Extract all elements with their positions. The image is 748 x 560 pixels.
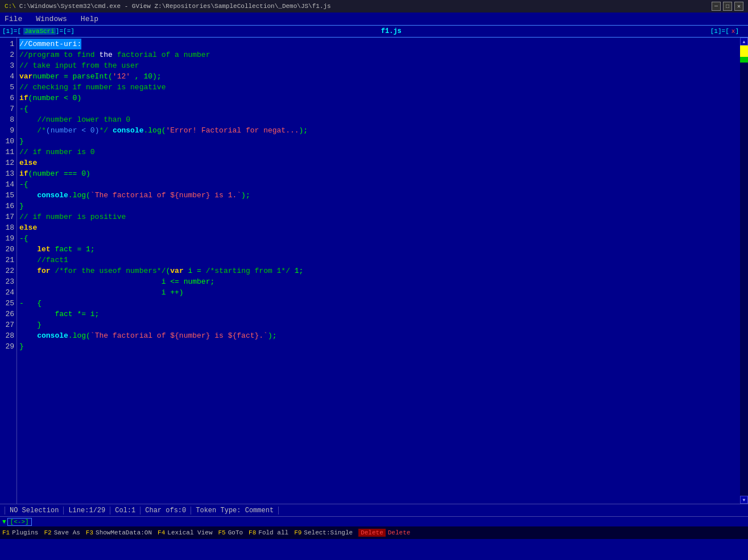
code-body[interactable]: //Comment-uri: //program to find the fac… xyxy=(17,38,740,504)
menu-help[interactable]: Help xyxy=(78,15,101,23)
code-line-12: else xyxy=(19,157,738,168)
menu-windows[interactable]: Windows xyxy=(34,15,69,23)
code-line-18: else xyxy=(19,222,738,233)
f4-label[interactable]: Lexical View xyxy=(167,529,212,536)
f4-key[interactable]: F4 xyxy=(158,529,165,536)
code-line-24: i ++) xyxy=(19,287,738,298)
code-line-25: - { xyxy=(19,298,738,309)
cmd-icon: C:\ xyxy=(5,3,16,10)
title-text: C:\Windows\System32\cmd.exe - GView Z:\R… xyxy=(19,3,331,10)
title-bar-left: C:\ C:\Windows\System32\cmd.exe - GView … xyxy=(5,3,331,10)
f9-key[interactable]: F9 xyxy=(294,529,301,536)
code-line-29: } xyxy=(19,341,738,352)
scrollbar[interactable]: ▲ ▼ xyxy=(740,38,748,504)
f2-label[interactable]: Save As xyxy=(54,529,80,536)
code-line-16: } xyxy=(19,201,738,211)
code-line-22: for /*for the useof numbers*/(var i = /*… xyxy=(19,266,738,276)
code-line-15: console.log(`The factorial of ${number} … xyxy=(19,190,738,201)
code-line-10: } xyxy=(19,136,738,147)
code-line-13: if(number === 0) xyxy=(19,168,738,179)
code-line-7: -{ xyxy=(19,103,738,114)
f2-key[interactable]: F2 xyxy=(44,529,51,536)
scroll-track[interactable] xyxy=(740,45,748,496)
scroll-thumb-top[interactable] xyxy=(740,45,748,57)
delete-label[interactable]: Delete xyxy=(388,529,411,536)
f3-label[interactable]: ShowMetaData:ON xyxy=(96,529,152,536)
code-line-20: let fact = 1; xyxy=(19,244,738,255)
f1-key[interactable]: F1 xyxy=(2,529,10,536)
tab-filename: f1.js xyxy=(75,27,708,35)
selection-status: NO Selection xyxy=(5,507,64,515)
bottom-left-indicator: [<->] xyxy=(7,518,32,526)
close-button[interactable]: ✕ xyxy=(734,2,743,11)
code-line-2: //program to find the factorial of a num… xyxy=(19,49,738,60)
f9-label[interactable]: Select:Single xyxy=(304,529,353,536)
code-line-26: fact *= i; xyxy=(19,309,738,320)
restore-button[interactable]: □ xyxy=(723,2,732,11)
code-line-28: console.log(`The factorial of ${number} … xyxy=(19,330,738,341)
code-line-14: -{ xyxy=(19,179,738,190)
code-line-27: } xyxy=(19,320,738,330)
f1-label[interactable]: Plugins xyxy=(12,529,38,536)
code-line-23: i <= number; xyxy=(19,276,738,287)
col-status: Col:1 xyxy=(110,507,140,515)
scroll-thumb-mid xyxy=(740,57,748,63)
line-numbers: 1 2 3 4 5 6 7 8 9 10 11 12 13 14 15 16 1… xyxy=(0,38,17,504)
code-line-21: //fact1 xyxy=(19,255,738,266)
code-container: 1 2 3 4 5 6 7 8 9 10 11 12 13 14 15 16 1… xyxy=(0,38,748,504)
scroll-down-button[interactable]: ▼ xyxy=(740,496,748,504)
code-line-6: if(number < 0) xyxy=(19,93,738,103)
f8-key[interactable]: F8 xyxy=(249,529,256,536)
code-line-5: // checking if number is negative xyxy=(19,82,738,93)
bottom-indicator: ▼ [<->] xyxy=(0,516,748,526)
tab-bar: [1]=[JavaScri]=[=] f1.js [1]=[x] xyxy=(0,25,748,38)
code-line-17: // if number is positive xyxy=(19,211,738,222)
tab-right: [1]=[ xyxy=(708,28,732,35)
line-status: Line:1/29 xyxy=(64,507,110,515)
scroll-up-button[interactable]: ▲ xyxy=(740,38,748,45)
charofs-status: Char ofs:0 xyxy=(140,507,191,515)
code-line-9: /*(number < 0)*/ console.log('Error! Fac… xyxy=(19,125,738,136)
code-line-1: //Comment-uri: xyxy=(19,39,738,49)
f3-key[interactable]: F3 xyxy=(86,529,93,536)
code-line-19: -{ xyxy=(19,233,738,244)
code-line-3: // take input from the user xyxy=(19,60,738,71)
minimize-button[interactable]: ─ xyxy=(712,2,721,11)
code-line-4: varnumber = parseInt('12' , 10); xyxy=(19,71,738,82)
tab-indicator-left: [1]=[ xyxy=(0,28,23,35)
f5-label[interactable]: GoTo xyxy=(228,529,243,536)
title-bar: C:\ C:\Windows\System32\cmd.exe - GView … xyxy=(0,0,748,13)
collapse-icon: ▼ xyxy=(2,518,6,525)
fkey-bar: F1 Plugins F2 Save As F3 ShowMetaData:ON… xyxy=(0,526,748,539)
code-line-8: //number lower than 0 xyxy=(19,114,738,125)
f5-key[interactable]: F5 xyxy=(218,529,226,536)
title-bar-controls[interactable]: ─ □ ✕ xyxy=(712,2,743,11)
tokentype-status: Token Type: Comment xyxy=(191,507,279,515)
menu-bar: File Windows Help xyxy=(0,13,748,25)
delete-key-label[interactable]: Delete xyxy=(358,529,386,537)
f8-label[interactable]: Fold all xyxy=(258,529,288,536)
menu-file[interactable]: File xyxy=(2,15,24,23)
code-line-11: // if number is 0 xyxy=(19,147,738,157)
status-bar: NO Selection Line:1/29 Col:1 Char ofs:0 … xyxy=(0,504,748,516)
